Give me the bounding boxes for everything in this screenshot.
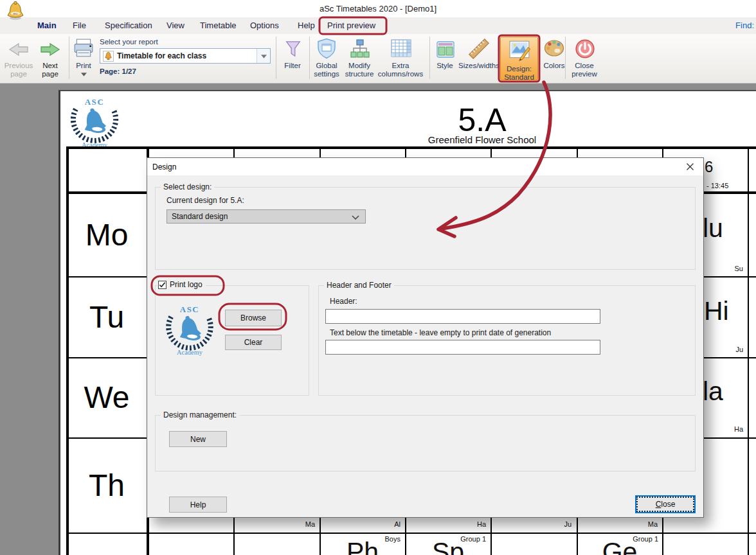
report-value: Timetable for each class (117, 51, 206, 60)
sizes-widths-button[interactable]: Sizes/widths (458, 35, 500, 82)
chevron-down-icon (261, 55, 267, 58)
previous-page-label2: page (1, 70, 36, 78)
next-page-label2: page (35, 70, 65, 78)
menu-view[interactable]: View (166, 21, 184, 30)
browse-button[interactable]: Browse (225, 310, 282, 326)
previous-page-label: Previous (1, 62, 36, 70)
clear-button[interactable]: Clear (225, 335, 282, 350)
extra-columns-label: Extra (377, 62, 424, 70)
help-button[interactable]: Help (169, 497, 227, 513)
extra-columns-label2: columns/rows (377, 70, 424, 78)
close-button-label: lose (661, 500, 675, 509)
palette-icon (544, 39, 564, 57)
clear-button-label: Clear (244, 338, 263, 347)
teacher-initial: Ju (526, 520, 572, 528)
chevron-down-icon (352, 215, 359, 220)
report-combobox[interactable]: Timetable for each class (100, 48, 271, 64)
school-logo: ASC Academy (68, 96, 121, 150)
style-label: Style (432, 62, 458, 70)
dialog-close-x-button[interactable] (680, 160, 699, 173)
ribbon-separator (309, 37, 310, 79)
period-number: 6 (705, 158, 713, 176)
sizes-widths-label: Sizes/widths (458, 62, 500, 70)
global-settings-button[interactable]: Global settings (311, 35, 342, 82)
subject-cell-text: Sp (416, 538, 480, 555)
global-settings-label: Global (311, 62, 342, 70)
header-label: Header: (330, 297, 357, 306)
checkbox-box (158, 281, 166, 289)
shield-icon (317, 38, 336, 59)
menu-file[interactable]: File (73, 21, 86, 30)
filter-icon (284, 39, 302, 58)
teacher-initial: Ha (711, 425, 743, 433)
print-label: Print (71, 62, 96, 70)
extra-columns-rows-button[interactable]: Extra columns/rows (377, 35, 424, 82)
design-label: Design: (500, 65, 538, 73)
find-label[interactable]: Find: (735, 21, 754, 30)
menu-main[interactable]: Main (37, 21, 57, 30)
menu-timetable[interactable]: Timetable (200, 21, 237, 30)
print-logo-checkbox[interactable]: Print logo (158, 280, 206, 289)
global-settings-label2: settings (311, 70, 342, 78)
close-button[interactable]: Close (635, 495, 696, 513)
ribbon-separator (429, 37, 430, 79)
chevron-down-icon (81, 73, 87, 76)
school-name: Greenfield Flower School (386, 134, 579, 145)
design-combobox[interactable]: Standard design (166, 209, 366, 224)
colors-button[interactable]: Colors (540, 35, 568, 82)
design-image-pencil-icon (509, 39, 531, 61)
previous-page-button[interactable]: Previous page (1, 35, 36, 82)
menu-print-preview[interactable]: Print preview (327, 21, 375, 30)
grid-line (66, 146, 756, 149)
teacher-initial: Ma (270, 520, 315, 528)
filter-button[interactable]: Filter (279, 35, 306, 82)
day-label-we: We (67, 381, 147, 414)
structure-icon (350, 39, 370, 59)
new-button[interactable]: New (169, 431, 227, 447)
ribbon-toolbar: Previous page Next page Print (0, 34, 756, 84)
modify-structure-label: Modify (341, 62, 377, 70)
menu-specification[interactable]: Specification (105, 21, 152, 30)
report-dropdown-button[interactable] (256, 49, 270, 63)
header-input[interactable] (325, 309, 600, 324)
design-standard-button[interactable]: Design: Standard (500, 37, 538, 80)
svg-text:ASC: ASC (180, 305, 199, 314)
printer-icon (73, 38, 94, 58)
ruler-icon (468, 38, 490, 60)
subject-cell-text: lu (703, 215, 723, 242)
style-button[interactable]: Style (432, 35, 458, 82)
report-icon (103, 51, 114, 62)
close-preview-label2: preview (568, 70, 600, 78)
day-label-tu: Tu (67, 301, 147, 334)
arrow-left-icon (8, 42, 30, 57)
select-design-group-label: Select design: (161, 182, 214, 191)
print-button[interactable]: Print (71, 35, 96, 82)
teacher-initial: Al (356, 520, 401, 528)
modify-structure-button[interactable]: Modify structure (341, 35, 377, 82)
close-preview-label: Close (568, 62, 600, 70)
design-management-group: Design management: (155, 415, 696, 471)
filter-label: Filter (279, 62, 306, 70)
close-preview-button[interactable]: Close preview (568, 35, 600, 82)
teacher-initial: Su (711, 265, 743, 272)
teacher-initial: Ha (441, 520, 486, 528)
menu-help[interactable]: Help (298, 21, 315, 30)
svg-text:-asc-: -asc- (12, 12, 19, 15)
report-caption: Select your report (100, 38, 158, 46)
menu-options[interactable]: Options (250, 21, 279, 30)
close-button-label-initial: C (656, 500, 662, 509)
period-time: - 13:45 (706, 182, 728, 189)
grid-line (748, 146, 749, 555)
teacher-initial: Ma (613, 520, 658, 528)
modify-structure-label2: structure (341, 70, 377, 78)
new-button-label: New (190, 435, 206, 444)
footer-input[interactable] (325, 340, 600, 355)
design-label2: Standard (500, 73, 538, 82)
next-page-button[interactable]: Next page (35, 35, 65, 82)
menu-bar: Main File Specification View Timetable O… (0, 17, 756, 34)
svg-text:ASC: ASC (85, 97, 105, 107)
design-management-group-label: Design management: (161, 410, 239, 419)
browse-button-label: Browse (240, 313, 266, 322)
subject-cell-text: la (703, 378, 723, 405)
arrow-right-icon (39, 42, 61, 57)
